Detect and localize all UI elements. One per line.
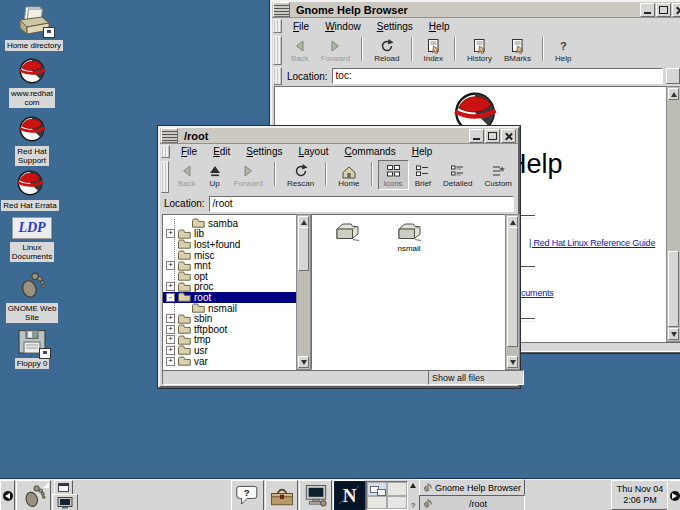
menu-settings[interactable]: Settings [238, 145, 290, 158]
close-button[interactable] [501, 129, 516, 143]
tree-expander[interactable]: + [166, 314, 175, 323]
desktop-icon-floppy-0[interactable]: Floppy 0 [4, 329, 60, 369]
help-titlebar[interactable]: Gnome Help Browser [272, 2, 680, 18]
tree-item-misc[interactable]: misc [163, 250, 297, 261]
tree-expander[interactable]: - [166, 293, 175, 302]
tree-scrollbar[interactable] [296, 214, 311, 370]
drag-handle[interactable] [273, 36, 282, 65]
bmarks-button[interactable]: BMarks [498, 35, 537, 65]
up-button[interactable]: Up [202, 160, 228, 190]
folder-icon[interactable] [334, 221, 360, 241]
fm-titlebar[interactable]: /root [160, 128, 518, 144]
tree-item-lib[interactable]: + lib [163, 229, 297, 240]
desk-guide-help-icon[interactable]: ? [411, 501, 415, 510]
mini-window-applet[interactable] [54, 480, 73, 495]
tree-item-nsmail[interactable]: nsmail [163, 303, 297, 314]
tree-item-mnt[interactable]: + mnt [163, 260, 297, 271]
desktop-icon-redhat-errata[interactable]: Red Hat Errata [0, 167, 60, 211]
file-label[interactable]: nsmail [386, 244, 432, 253]
task-button-root[interactable]: /root [419, 495, 525, 510]
back-button[interactable]: Back [172, 160, 202, 190]
menu-help[interactable]: Help [404, 145, 441, 158]
tree-item-proc[interactable]: + proc [163, 282, 297, 293]
tree-expander[interactable]: + [166, 261, 175, 270]
desktop-icon-home-directory[interactable]: Home directory [6, 5, 62, 51]
index-button[interactable]: Index [418, 35, 450, 65]
tree-item-lost-found[interactable]: lost+found [163, 239, 297, 250]
maximize-button[interactable] [656, 3, 671, 17]
tree-expander[interactable]: + [166, 335, 175, 344]
scrollbar-thumb[interactable] [298, 227, 309, 271]
reference-guide-link[interactable]: | Red Hat Linux Reference Guide [529, 238, 655, 248]
menu-help[interactable]: Help [421, 20, 458, 33]
scroll-down-arrow[interactable] [298, 356, 309, 368]
tree-item-var[interactable]: + var [163, 356, 297, 367]
drag-handle[interactable] [273, 19, 282, 33]
custom-view-button[interactable]: Custom [478, 160, 518, 190]
panel-hide-right-button[interactable] [667, 480, 680, 510]
desk-guide-active-desktop[interactable] [367, 482, 387, 496]
help-button[interactable]: ? Help [549, 35, 577, 65]
task-button-help-browser[interactable]: Gnome Help Browser [419, 479, 525, 496]
tree-expander[interactable]: + [166, 282, 175, 291]
main-menu-button[interactable] [16, 480, 51, 510]
forward-button[interactable]: Forward [315, 35, 356, 65]
tree-item-samba[interactable]: samba [163, 218, 297, 229]
netscape-launcher[interactable]: N [333, 480, 366, 510]
forward-button[interactable]: Forward [228, 160, 269, 190]
rescan-button[interactable]: Rescan [281, 160, 320, 190]
mini-monitor-applet[interactable] [52, 494, 78, 510]
brief-view-button[interactable]: Brief [409, 160, 437, 190]
menu-layout[interactable]: Layout [291, 145, 337, 158]
tree-item-usr[interactable]: + usr [163, 345, 297, 356]
desk-guide-controls[interactable]: ? [407, 481, 419, 510]
location-input[interactable]: toc: [332, 68, 663, 84]
drag-handle[interactable] [161, 145, 170, 158]
tree-expander[interactable]: + [166, 346, 175, 355]
window-menu-icon[interactable] [161, 128, 178, 143]
location-input[interactable]: /root [209, 196, 514, 212]
menu-settings[interactable]: Settings [369, 20, 421, 33]
tree-item-opt[interactable]: opt [163, 271, 297, 282]
maximize-button[interactable] [485, 129, 500, 143]
documents-link[interactable]: cuments [521, 288, 554, 298]
desk-guide-pager[interactable] [366, 481, 408, 510]
minimize-button[interactable] [640, 3, 655, 17]
help-vertical-scrollbar[interactable] [666, 86, 680, 342]
desk-guide-desktop[interactable] [387, 496, 407, 510]
minimize-button[interactable] [469, 129, 484, 143]
menu-file[interactable]: File [285, 20, 317, 33]
folder-icon-nsmail[interactable] [396, 221, 422, 241]
drag-handle[interactable] [273, 67, 282, 85]
reload-button[interactable]: Reload [368, 35, 405, 65]
menu-file[interactable]: File [173, 145, 205, 158]
scroll-up-arrow[interactable] [668, 88, 679, 100]
tree-expander[interactable]: + [166, 229, 175, 238]
menu-commands[interactable]: Commands [337, 145, 404, 158]
scroll-down-arrow[interactable] [668, 328, 679, 340]
terminal-launcher[interactable] [299, 480, 332, 510]
config-tool-launcher[interactable] [265, 480, 298, 510]
panel-hide-left-button[interactable] [0, 480, 15, 510]
tree-item-sbin[interactable]: + sbin [163, 313, 297, 324]
scroll-down-arrow[interactable] [507, 356, 518, 368]
clock-applet[interactable]: Thu Nov 04 2:06 PM [611, 480, 669, 510]
tree-expander[interactable]: + [166, 325, 175, 334]
menu-window[interactable]: Window [317, 20, 369, 33]
desktop-icon-ldp[interactable]: LDP LinuxDocuments [4, 217, 60, 262]
back-button[interactable]: Back [285, 35, 315, 65]
menu-edit[interactable]: Edit [205, 145, 238, 158]
scrollbar-thumb[interactable] [668, 251, 679, 327]
location-dropdown-button[interactable] [666, 68, 680, 84]
drag-handle[interactable] [161, 161, 169, 193]
window-menu-icon[interactable] [273, 2, 290, 17]
close-button[interactable] [672, 3, 680, 17]
tree-expander[interactable]: + [166, 357, 175, 366]
tree-item-tftpboot[interactable]: + tftpboot [163, 324, 297, 335]
desktop-icon-gnome-web-site[interactable]: GNOME WebSite [4, 270, 60, 323]
desk-guide-desktop[interactable] [367, 496, 387, 510]
files-scrollbar[interactable] [505, 214, 520, 370]
detailed-view-button[interactable]: Detailed [437, 160, 478, 190]
desktop-icon-www-redhat-com[interactable]: www.redhatcom [4, 55, 60, 108]
tree-item-tmp[interactable]: + tmp [163, 335, 297, 346]
